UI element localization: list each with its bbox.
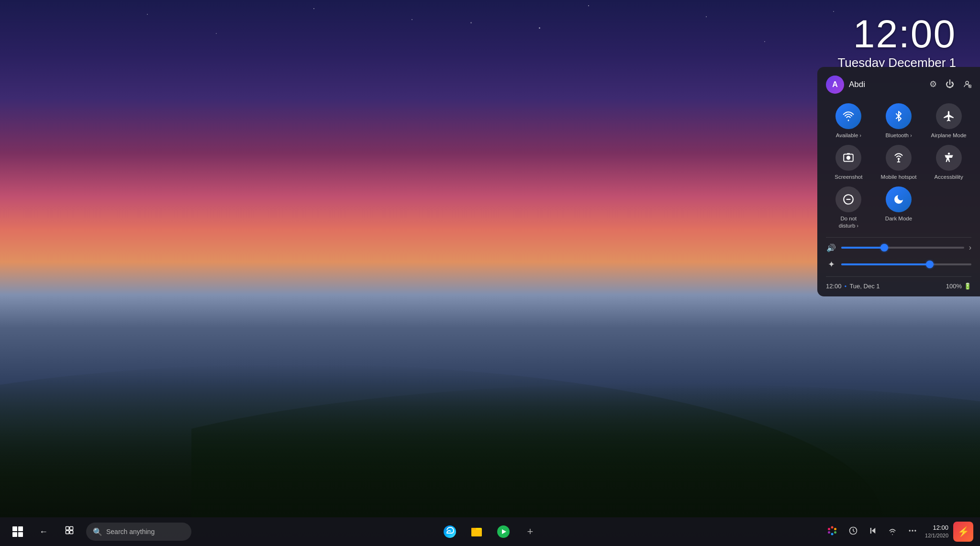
search-icon: 🔍 bbox=[93, 527, 102, 536]
brightness-fill bbox=[841, 263, 930, 265]
toggle-bluetooth-label: Bluetooth › bbox=[885, 132, 912, 139]
svg-point-26 bbox=[834, 531, 836, 534]
quick-settings-panel: A Abdi ⚙ ⏻ bbox=[817, 67, 980, 296]
svg-point-25 bbox=[834, 528, 836, 530]
toggle-screenshot[interactable]: Screenshot bbox=[826, 145, 871, 181]
svg-rect-6 bbox=[847, 153, 850, 154]
clock-widget: 12:00 Tuesday December 1 bbox=[837, 14, 956, 70]
toggle-donotdisturb[interactable]: Do notdisturb › bbox=[826, 186, 871, 229]
network-button[interactable] bbox=[885, 523, 900, 541]
toggle-darkmode[interactable]: Dark Mode bbox=[876, 186, 922, 229]
svg-point-34 bbox=[912, 530, 913, 531]
qs-header: A Abdi ⚙ ⏻ bbox=[826, 76, 971, 94]
screenshot-icon bbox=[835, 145, 861, 171]
toggle-bluetooth[interactable]: Bluetooth › bbox=[876, 103, 922, 139]
qs-divider-1 bbox=[826, 237, 971, 238]
settings-icon[interactable]: ⚙ bbox=[929, 80, 937, 90]
taskbar-center: + bbox=[439, 521, 541, 543]
wifi-icon bbox=[835, 103, 861, 129]
toggle-screenshot-label: Screenshot bbox=[835, 174, 862, 181]
clock-time: 12:00 bbox=[837, 14, 956, 54]
avatar-initial: A bbox=[832, 80, 838, 89]
svg-rect-20 bbox=[471, 530, 482, 536]
svg-rect-16 bbox=[70, 531, 73, 534]
toggle-available-label: Available › bbox=[836, 132, 861, 139]
svg-rect-19 bbox=[471, 528, 476, 530]
toggle-accessibility[interactable]: Accessbility bbox=[926, 145, 971, 181]
battery-app-button[interactable]: ⚡ bbox=[953, 522, 973, 542]
battery-lightning-icon: ⚡ bbox=[958, 526, 969, 537]
volume-track[interactable] bbox=[841, 247, 964, 249]
volume-icon: 🔊 bbox=[826, 243, 836, 252]
start-button[interactable] bbox=[7, 521, 29, 543]
footer-time: 12:00 bbox=[826, 283, 842, 290]
edge-button[interactable] bbox=[439, 521, 461, 543]
svg-rect-15 bbox=[66, 531, 69, 534]
account-icon[interactable] bbox=[963, 80, 971, 90]
qs-sliders: 🔊 › ✦ bbox=[826, 243, 971, 270]
toggle-available[interactable]: Available › bbox=[826, 103, 871, 139]
bluetooth-icon bbox=[886, 103, 912, 129]
back-button[interactable]: ← bbox=[33, 521, 55, 543]
clock-history-button[interactable] bbox=[846, 523, 861, 541]
windows-logo-icon bbox=[12, 526, 23, 537]
volume-expand-icon[interactable]: › bbox=[969, 243, 971, 252]
svg-rect-14 bbox=[70, 527, 73, 530]
svg-point-0 bbox=[966, 81, 969, 84]
toggle-darkmode-label: Dark Mode bbox=[885, 215, 912, 222]
svg-point-28 bbox=[828, 531, 830, 534]
search-bar[interactable]: 🔍 Search anything bbox=[86, 523, 191, 541]
brightness-slider-row: ✦ bbox=[826, 259, 971, 270]
add-app-button[interactable]: + bbox=[519, 521, 541, 543]
battery-percent: 100% bbox=[946, 283, 962, 290]
power-icon[interactable]: ⏻ bbox=[946, 80, 954, 90]
taskbar-clock[interactable]: 12:00 12/1/2020 bbox=[925, 524, 948, 540]
files-button[interactable] bbox=[466, 521, 488, 543]
svg-point-33 bbox=[909, 530, 911, 531]
volume-slider-row: 🔊 › bbox=[826, 243, 971, 252]
toggle-airplane-mode[interactable]: Airplane Mode bbox=[926, 103, 971, 139]
brightness-thumb[interactable] bbox=[926, 261, 934, 268]
toggle-airplane-label: Airplane Mode bbox=[931, 132, 967, 139]
toggle-hotspot-label: Mobile hotspot bbox=[881, 174, 917, 181]
hotspot-icon bbox=[886, 145, 912, 171]
taskbar-clock-time: 12:00 bbox=[925, 524, 948, 532]
taskbar-right: 12:00 12/1/2020 ⚡ bbox=[824, 522, 973, 542]
taskbar-left: ← 🔍 Search anything bbox=[7, 521, 191, 543]
svg-rect-32 bbox=[870, 528, 871, 534]
back-icon: ← bbox=[39, 527, 48, 537]
media-player-button[interactable] bbox=[492, 521, 514, 543]
qs-divider-2 bbox=[826, 276, 971, 277]
svg-point-7 bbox=[898, 158, 900, 160]
add-icon: + bbox=[527, 525, 534, 538]
airplane-icon bbox=[936, 103, 962, 129]
svg-point-27 bbox=[831, 533, 834, 535]
taskbar: ← 🔍 Search anything bbox=[0, 517, 980, 546]
task-view-button[interactable] bbox=[58, 521, 80, 543]
toggle-hotspot[interactable]: Mobile hotspot bbox=[876, 145, 922, 181]
toggle-accessibility-label: Accessbility bbox=[935, 174, 963, 181]
volume-thumb[interactable] bbox=[880, 244, 888, 251]
audio-prev-button[interactable] bbox=[866, 524, 880, 540]
more-icons-button[interactable] bbox=[905, 523, 920, 541]
qs-toggles-grid: Available › Bluetooth › Airplane Mode bbox=[826, 103, 971, 229]
qs-footer: 12:00 ● Tue, Dec 1 100% 🔋 bbox=[826, 283, 971, 290]
svg-marker-31 bbox=[872, 528, 876, 534]
accessibility-icon bbox=[936, 145, 962, 171]
svg-point-10 bbox=[947, 153, 949, 154]
brightness-icon: ✦ bbox=[826, 259, 836, 270]
task-view-icon bbox=[65, 525, 74, 538]
qs-footer-time: 12:00 ● Tue, Dec 1 bbox=[826, 283, 880, 290]
user-avatar[interactable]: A bbox=[826, 76, 844, 94]
username: Abdi bbox=[849, 80, 929, 89]
svg-point-35 bbox=[914, 530, 916, 531]
taskbar-clock-date: 12/1/2020 bbox=[925, 532, 948, 539]
svg-point-5 bbox=[847, 156, 850, 160]
battery-icon: 🔋 bbox=[964, 283, 971, 290]
svg-point-23 bbox=[830, 529, 834, 533]
footer-dot: ● bbox=[845, 284, 847, 288]
darkmode-icon bbox=[886, 186, 912, 212]
brightness-track[interactable] bbox=[841, 263, 971, 265]
colorful-icon-button[interactable] bbox=[824, 522, 841, 542]
svg-rect-13 bbox=[66, 527, 69, 530]
